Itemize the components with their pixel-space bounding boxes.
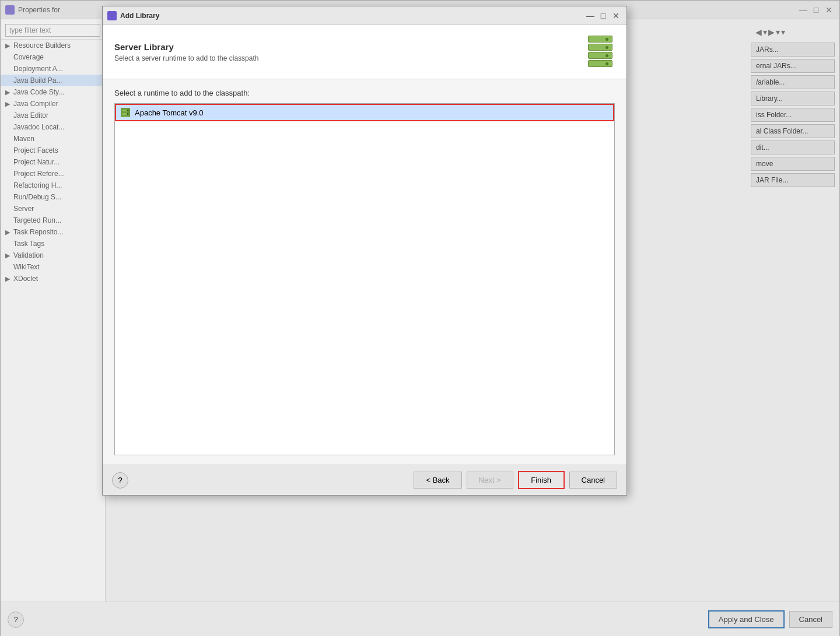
dialog-footer: ? < Back Next > Finish Cancel: [103, 465, 626, 495]
svg-point-3: [127, 113, 129, 115]
dialog-help-button[interactable]: ?: [112, 472, 128, 489]
dialog-header-title: Server Library: [114, 42, 258, 52]
server-disc-4: [588, 60, 612, 67]
dialog-cancel-button[interactable]: Cancel: [569, 472, 617, 489]
tomcat-svg-icon: [121, 108, 130, 117]
back-button[interactable]: < Back: [414, 472, 461, 489]
add-library-dialog: Add Library — □ ✕ Server Library Select …: [102, 6, 627, 496]
dialog-title-icon: [107, 11, 117, 20]
dialog-header-subtitle: Select a server runtime to add to the cl…: [114, 54, 258, 62]
server-disc-3: [588, 52, 612, 59]
server-disc-2: [588, 44, 612, 51]
dialog-close-button[interactable]: ✕: [610, 10, 622, 22]
dialog-titlebar: Add Library — □ ✕: [103, 6, 626, 25]
finish-button[interactable]: Finish: [518, 471, 565, 489]
dialog-title: Add Library: [120, 12, 584, 20]
runtime-item-label: Apache Tomcat v9.0: [135, 108, 204, 117]
dialog-body-label: Select a runtime to add to the classpath…: [114, 89, 615, 97]
tomcat-icon: [121, 108, 130, 117]
next-button[interactable]: Next >: [467, 472, 513, 489]
dialog-header-icon: [586, 34, 615, 69]
dialog-header: Server Library Select a server runtime t…: [103, 25, 626, 79]
dialog-maximize-button[interactable]: □: [597, 10, 609, 22]
dialog-header-text: Server Library Select a server runtime t…: [114, 42, 258, 62]
runtime-item-tomcat[interactable]: Apache Tomcat v9.0: [115, 104, 614, 121]
svg-point-2: [127, 110, 129, 111]
server-disc-1: [588, 36, 612, 43]
runtime-list[interactable]: Apache Tomcat v9.0: [114, 103, 615, 455]
dialog-body: Select a runtime to add to the classpath…: [103, 79, 626, 465]
dialog-minimize-button[interactable]: —: [584, 10, 596, 22]
dialog-titlebar-controls: — □ ✕: [584, 10, 622, 22]
server-icon: [588, 36, 612, 68]
